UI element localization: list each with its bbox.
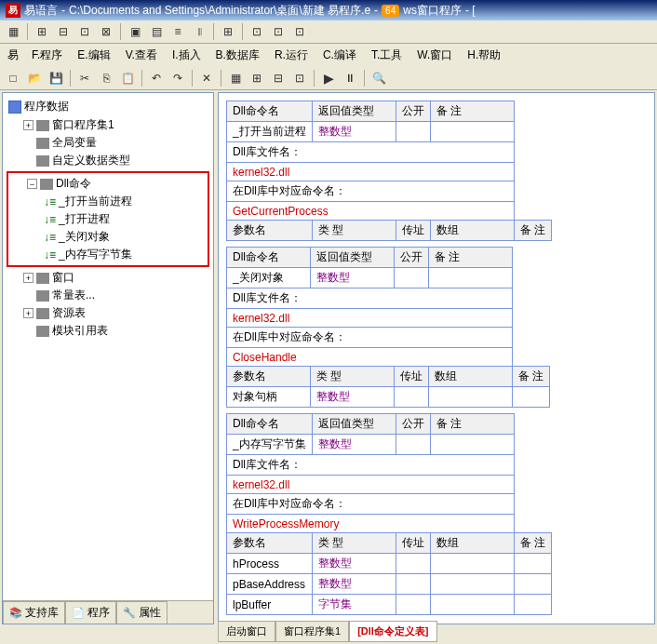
cell[interactable]: _打开当前进程 (227, 122, 313, 142)
cell[interactable]: 整数型 (312, 122, 396, 142)
toolbar-2: □ 📂 💾 ✂ ⎘ 📋 ↶ ↷ ✕ ▦ ⊞ ⊟ ⊡ ▶ ⏸ 🔍 (0, 67, 657, 90)
menu-run[interactable]: R.运行 (271, 46, 312, 65)
cell[interactable] (430, 122, 514, 142)
folder-icon (40, 179, 53, 190)
menu-insert[interactable]: I.插入 (168, 46, 205, 65)
tool-icon[interactable]: ⊡ (290, 22, 309, 41)
tree-item[interactable]: ↓≡_关闭对象 (44, 228, 206, 246)
copy-icon[interactable]: ⎘ (97, 69, 115, 87)
item-icon (36, 138, 49, 149)
tree-item[interactable]: +窗口 (23, 269, 209, 287)
tree-root[interactable]: 程序数据 (7, 97, 209, 116)
title-bar: 易 易语言 - C:\Documents and Settings\Admini… (0, 0, 657, 20)
tab-property[interactable]: 🔧属性 (116, 601, 168, 624)
redo-icon[interactable]: ↷ (168, 69, 187, 87)
expand-icon[interactable]: + (23, 308, 34, 318)
title-suffix: ws窗口程序 (403, 3, 462, 19)
tool-icon[interactable]: ⊡ (269, 22, 288, 41)
tool-icon[interactable]: ▦ (226, 69, 245, 87)
tool-icon[interactable]: ⊟ (54, 22, 73, 41)
tree-item[interactable]: 模块引用表 (23, 322, 209, 340)
save-icon[interactable]: 💾 (47, 69, 65, 87)
content-area[interactable]: Dll命令名返回值类型公开备 注 _打开当前进程整数型 Dll库文件名： ker… (218, 92, 655, 624)
dll-table-3[interactable]: Dll命令名返回值类型公开备 注 _内存写字节集整数型 Dll库文件名： ker… (226, 413, 552, 615)
item-icon (36, 290, 49, 302)
cut-icon[interactable]: ✂ (75, 69, 94, 87)
menu-compile[interactable]: C.编译 (319, 46, 360, 65)
cell[interactable] (396, 122, 430, 142)
tree-item[interactable]: 自定义数据类型 (23, 152, 209, 169)
undo-icon[interactable]: ↶ (147, 69, 166, 87)
app-icon: 易 (4, 46, 20, 62)
pause-icon[interactable]: ⏸ (341, 69, 359, 87)
open-icon[interactable]: 📂 (25, 69, 44, 87)
folder-icon (36, 273, 49, 284)
menu-database[interactable]: B.数据库 (212, 46, 263, 65)
tree-item[interactable]: ↓≡_打开当前进程 (44, 193, 206, 210)
menu-help[interactable]: H.帮助 (463, 46, 504, 65)
tool-icon[interactable]: ⊡ (75, 22, 94, 41)
app-icon: 易 (6, 3, 20, 18)
item-icon (36, 326, 49, 337)
tool-icon[interactable]: ⊞ (33, 22, 51, 41)
menu-bar: 易 F.程序 E.编辑 V.查看 I.插入 B.数据库 R.运行 C.编译 T.… (0, 44, 657, 67)
tab-program[interactable]: 📄程序 (65, 601, 116, 624)
tab-winset[interactable]: 窗口程序集1 (275, 621, 349, 642)
close-icon[interactable]: ✕ (197, 69, 216, 87)
arrow-icon: ↓≡ (44, 231, 56, 244)
tab-dll-def[interactable]: [Dll命令定义表] (349, 621, 436, 642)
expand-icon[interactable]: + (23, 273, 34, 283)
menu-tools[interactable]: T.工具 (368, 46, 406, 65)
arrow-icon: ↓≡ (44, 213, 56, 226)
tree-item[interactable]: ↓≡_打开进程 (44, 210, 206, 228)
tool-icon[interactable]: ≡ (168, 22, 187, 41)
tool-icon[interactable]: ⊡ (290, 69, 309, 87)
sidebar-tabs: 📚支持库 📄程序 🔧属性 (3, 600, 213, 624)
expand-icon[interactable]: + (23, 120, 34, 130)
paste-icon[interactable]: 📋 (118, 69, 137, 87)
app-title: 易语言 (24, 3, 58, 19)
file-path: C:\Documents and Settings\Administrator\… (69, 3, 370, 19)
menu-view[interactable]: V.查看 (122, 46, 161, 65)
item-icon (36, 155, 49, 167)
dll-table-1[interactable]: Dll命令名返回值类型公开备 注 _打开当前进程整数型 Dll库文件名： ker… (226, 101, 552, 241)
dll-table-2[interactable]: Dll命令名返回值类型公开备 注 _关闭对象整数型 Dll库文件名： kerne… (226, 247, 550, 408)
tree-view[interactable]: 程序数据 +窗口程序集1 全局变量 自定义数据类型 −Dll命令 ↓≡_打开当前… (3, 93, 213, 600)
cell[interactable]: kernel32.dll (227, 163, 515, 181)
tree-item[interactable]: 常量表... (23, 287, 209, 304)
data-icon (8, 101, 21, 114)
folder-icon (36, 308, 49, 319)
tool-icon[interactable]: ⫴ (190, 22, 208, 41)
tool-icon[interactable]: ▤ (147, 22, 166, 41)
tab-startup[interactable]: 启动窗口 (218, 621, 275, 642)
cell[interactable]: 整数型 (311, 268, 395, 288)
tree-item[interactable]: 全局变量 (23, 134, 209, 152)
tool-icon[interactable]: ▦ (4, 22, 22, 41)
tool-icon[interactable]: ⊡ (248, 22, 266, 41)
menu-window[interactable]: W.窗口 (413, 46, 456, 65)
cell[interactable]: _关闭对象 (227, 268, 311, 288)
arrow-icon: ↓≡ (44, 195, 56, 208)
tree-item[interactable]: +资源表 (23, 304, 209, 322)
tool-icon[interactable]: ⊟ (269, 69, 288, 87)
cell[interactable]: Dll库文件名： (227, 142, 515, 163)
tool-icon[interactable]: ▣ (126, 22, 144, 41)
folder-icon (36, 120, 49, 131)
tree-item-dll[interactable]: −Dll命令 (27, 175, 206, 193)
tab-support[interactable]: 📚支持库 (3, 601, 65, 624)
bottom-tabs: 启动窗口 窗口程序集1 [Dll命令定义表] (218, 621, 437, 642)
tree-item[interactable]: +窗口程序集1 (23, 116, 209, 134)
highlighted-section: −Dll命令 ↓≡_打开当前进程 ↓≡_打开进程 ↓≡_关闭对象 ↓≡_内存写字… (7, 171, 209, 267)
cell[interactable]: GetCurrentProcess (227, 202, 515, 221)
tool-icon[interactable]: ⊞ (219, 22, 237, 41)
tool-icon[interactable]: ⊠ (97, 22, 115, 41)
find-icon[interactable]: 🔍 (369, 69, 388, 87)
run-icon[interactable]: ▶ (319, 69, 338, 87)
cell[interactable]: 在Dll库中对应命令名： (227, 181, 515, 202)
menu-program[interactable]: F.程序 (28, 46, 66, 65)
tool-icon[interactable]: ⊞ (248, 69, 266, 87)
collapse-icon[interactable]: − (27, 179, 37, 189)
new-icon[interactable]: □ (4, 69, 22, 87)
menu-edit[interactable]: E.编辑 (74, 46, 114, 65)
tree-item[interactable]: ↓≡_内存写字节集 (44, 246, 206, 263)
